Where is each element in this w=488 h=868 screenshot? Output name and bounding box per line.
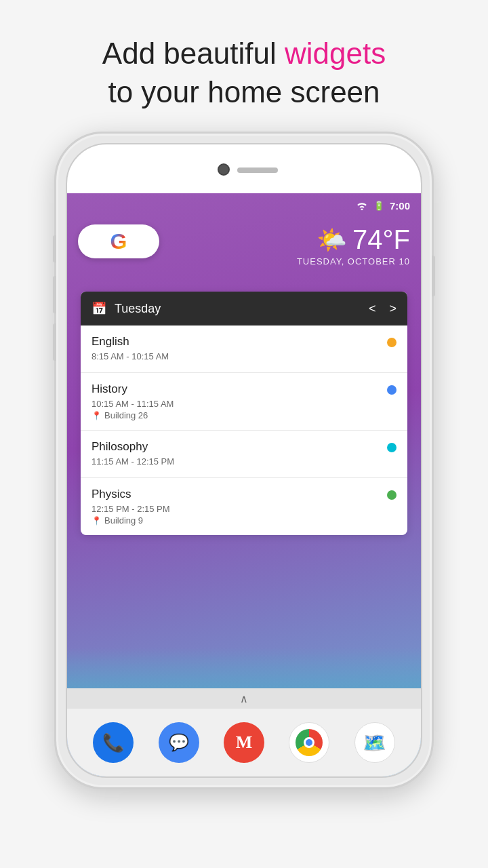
phone-mockup: 🔋 7:00 G 🌤️ 74°F TUESDAY, OCTOBER 10 [54,132,434,789]
chrome-ring-icon [296,729,323,756]
headline: Add beautiful widgets to your home scree… [102,34,386,111]
schedule-item-physics[interactable]: Physics 12:15 PM - 2:15 PM 📍 Building 9 [81,478,407,535]
schedule-content-history: History 10:15 AM - 11:15 AM 📍 Building 2… [92,382,174,420]
phone-inner-bezel: 🔋 7:00 G 🌤️ 74°F TUESDAY, OCTOBER 10 [66,143,422,778]
headline-line2: to your home screen [108,75,380,108]
maps-icon: 🗺️ [363,732,386,754]
weather-date: TUESDAY, OCTOBER 10 [297,256,410,267]
app-header: Add beautiful widgets to your home scree… [62,0,426,132]
schedule-location-text-history: Building 26 [104,410,148,420]
google-search-bar[interactable]: G [78,224,159,258]
schedule-content-physics: Physics 12:15 PM - 2:15 PM 📍 Building 9 [92,488,170,526]
earpiece-speaker [237,167,278,173]
status-bar: 🔋 7:00 [67,193,421,218]
location-pin-icon-physics: 📍 [92,516,102,526]
phone-outer-shell: 🔋 7:00 G 🌤️ 74°F TUESDAY, OCTOBER 10 [54,132,434,789]
mute-button [53,323,56,361]
schedule-dot-history [387,385,396,395]
schedule-time-philosophy: 11:15 AM - 12:15 PM [92,456,174,467]
schedule-time-english: 8:15 AM - 10:15 AM [92,351,169,361]
calendar-header: 📅 Tuesday < > [81,292,407,326]
phone-screen: 🔋 7:00 G 🌤️ 74°F TUESDAY, OCTOBER 10 [67,193,421,776]
schedule-item-philosophy[interactable]: Philosophy 11:15 AM - 12:15 PM [81,431,407,478]
weather-widget: 🌤️ 74°F TUESDAY, OCTOBER 10 [297,218,410,273]
calendar-widget: 📅 Tuesday < > English 8:15 AM - 10:15 AM [81,292,407,535]
phone-icon: 📞 [102,732,124,753]
weather-temperature: 74°F [352,224,410,255]
weather-icon: 🌤️ [317,226,347,254]
location-pin-icon: 📍 [92,411,102,420]
svg-point-0 [361,209,363,211]
schedule-content-english: English 8:15 AM - 10:15 AM [92,335,169,363]
app-dock: 📞 💬 M [67,709,421,776]
calendar-icon: 📅 [92,301,106,316]
dock-app-maps[interactable]: 🗺️ [354,722,395,763]
schedule-content-philosophy: Philosophy 11:15 AM - 12:15 PM [92,440,174,468]
chrome-center-icon [304,737,314,748]
calendar-title-group: 📅 Tuesday [92,301,161,316]
chevron-up-icon: ∧ [240,692,248,705]
schedule-time-physics: 12:15 PM - 2:15 PM [92,504,170,514]
background-decoration [67,648,421,688]
schedule-name-english: English [92,335,169,349]
headline-highlight: widgets [285,37,386,70]
schedule-name-physics: Physics [92,488,170,501]
dock-app-phone[interactable]: 📞 [93,722,134,763]
up-arrow[interactable]: ∧ [67,688,421,709]
calendar-prev-button[interactable]: < [369,302,376,316]
dock-app-chrome[interactable] [289,722,329,763]
volume-down-button [53,276,56,313]
dock-app-gmail[interactable]: M [224,722,264,763]
front-camera [218,163,230,176]
status-time: 7:00 [390,200,410,212]
schedule-item-history[interactable]: History 10:15 AM - 11:15 AM 📍 Building 2… [81,373,407,431]
schedule-dot-philosophy [387,443,396,452]
calendar-navigation: < > [369,302,396,316]
gmail-icon: M [236,732,253,753]
calendar-next-button[interactable]: > [389,302,396,316]
messages-icon: 💬 [169,733,189,752]
google-logo: G [110,229,127,254]
dock-app-messages[interactable]: 💬 [159,722,199,763]
schedule-location-history: 📍 Building 26 [92,410,174,420]
headline-plain: Add beautiful [102,37,285,70]
schedule-name-philosophy: Philosophy [92,440,174,454]
wifi-icon [356,201,368,210]
schedule-item-english[interactable]: English 8:15 AM - 10:15 AM [81,326,407,373]
schedule-location-physics: 📍 Building 9 [92,515,170,526]
volume-up-button [53,235,56,262]
schedule-dot-physics [387,490,396,500]
schedule-location-text-physics: Building 9 [104,515,143,526]
bottom-navigation-area: ∧ 📞 💬 M [67,688,421,776]
schedule-dot-english [387,338,396,347]
schedule-time-history: 10:15 AM - 11:15 AM [92,399,174,409]
power-button [432,256,435,296]
battery-icon: 🔋 [373,201,384,211]
schedule-name-history: History [92,382,174,396]
calendar-day-label: Tuesday [115,302,161,316]
